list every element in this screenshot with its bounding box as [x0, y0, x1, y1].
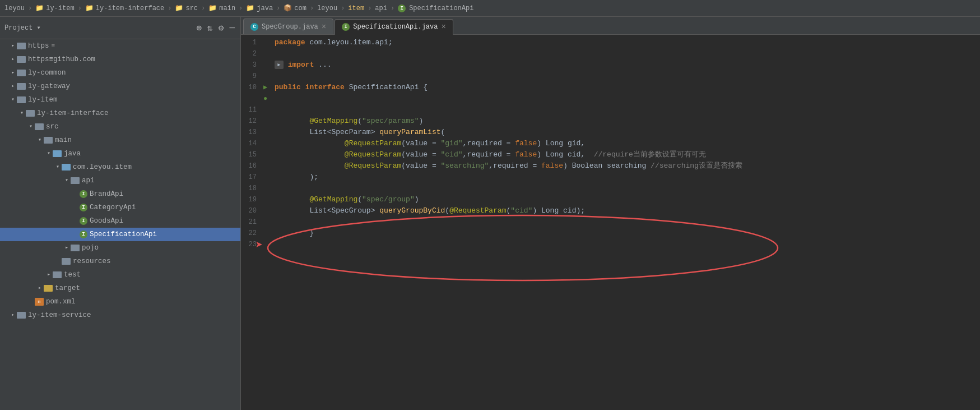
- label-goodsapi: GoodsApi: [90, 217, 123, 225]
- sidebar-item-ly-common[interactable]: ly-common: [0, 66, 240, 80]
- sidebar-item-java[interactable]: java: [0, 147, 240, 160]
- add-icon[interactable]: ⊕: [195, 21, 203, 35]
- folder-test-icon: [53, 271, 62, 278]
- code-line-1: 1 package com.leyou.item.api;: [241, 37, 980, 48]
- breadcrumb-ly-item: ly-item: [46, 4, 74, 12]
- sidebar-item-pom[interactable]: m pom.xml: [0, 295, 240, 308]
- breadcrumb-bar: leyou › 📁 ly-item › 📁 ly-item-interface …: [0, 0, 980, 17]
- folder-icon: 📁: [35, 4, 44, 12]
- folder-resources-icon: [62, 258, 71, 265]
- collapse-icon[interactable]: ⇅: [206, 21, 214, 35]
- arrow-pojo: [63, 244, 71, 252]
- label-pojo: pojo: [82, 244, 99, 252]
- folder-icon4: 📁: [208, 4, 217, 12]
- arrow-specificationapi: [72, 231, 80, 238]
- folder-java-icon: [53, 150, 62, 157]
- breadcrumb-item: item: [348, 4, 364, 12]
- settings-icon[interactable]: ⚙: [217, 21, 225, 35]
- sidebar-item-src[interactable]: src: [0, 120, 240, 133]
- arrow-ly-gateway: [9, 82, 17, 90]
- code-line-11: 11: [241, 104, 980, 116]
- tab-close-specgroup[interactable]: ×: [322, 23, 326, 31]
- sidebar-item-https[interactable]: https ≡: [0, 39, 240, 53]
- arrow-ly-common: [9, 69, 17, 77]
- breadcrumb-main: main: [219, 4, 235, 12]
- sidebar-item-brandapi[interactable]: I BrandApi: [0, 187, 240, 201]
- label-resources: resources: [73, 257, 111, 265]
- folder-pojo-icon: [71, 245, 80, 251]
- label-test: test: [64, 271, 81, 279]
- arrow-goodsapi: [72, 217, 80, 225]
- breadcrumb-specificationapi: SpecificationApi: [409, 4, 473, 12]
- sidebar-item-api[interactable]: api: [0, 174, 240, 187]
- breadcrumb-leyou: leyou: [4, 4, 25, 12]
- label-brandapi: BrandApi: [90, 190, 123, 198]
- sidebar-item-target[interactable]: target: [0, 282, 240, 295]
- label-java: java: [64, 150, 81, 158]
- code-line-22: 22 }: [241, 228, 980, 239]
- folder-icon2: 📁: [85, 4, 94, 12]
- sidebar-item-goodsapi[interactable]: I GoodsApi: [0, 214, 240, 228]
- interface-badge-brandapi: I: [80, 190, 87, 198]
- editor-area: C SpecGroup.java × I SpecificationApi.ja…: [241, 17, 980, 410]
- sidebar-item-ly-gateway[interactable]: ly-gateway: [0, 80, 240, 93]
- sidebar: Project ▾ ⊕ ⇅ ⚙ — https ≡ https≡github.c…: [0, 17, 241, 410]
- sidebar-title: Project ▾: [4, 24, 191, 32]
- tab-label-specificationapi: SpecificationApi.java: [353, 23, 438, 31]
- interface-badge-categoryapi: I: [80, 204, 87, 211]
- sidebar-icons: ⊕ ⇅ ⚙ —: [195, 21, 236, 35]
- interface-badge-specificationapi: I: [80, 231, 87, 238]
- folder-https-icon: [17, 43, 26, 49]
- folder-icon5: 📁: [246, 4, 254, 12]
- arrow-com-leyou-item: [54, 163, 62, 171]
- folder-github-icon: [17, 56, 26, 63]
- code-line-15: 15 @RequestParam(value = "cid",required …: [241, 149, 980, 160]
- sidebar-header: Project ▾ ⊕ ⇅ ⚙ —: [0, 17, 240, 39]
- sidebar-item-resources[interactable]: resources: [0, 255, 240, 268]
- sidebar-item-ly-item[interactable]: ly-item: [0, 93, 240, 107]
- folder-ly-item-interface-icon: [26, 110, 35, 117]
- tab-specgroup[interactable]: C SpecGroup.java ×: [243, 19, 333, 34]
- code-line-20: 20 List<SpecGroup> queryGroupByCid(@Requ…: [241, 205, 980, 216]
- sidebar-item-ly-item-service[interactable]: ly-item-service: [0, 308, 240, 322]
- code-editor[interactable]: 1 package com.leyou.item.api; 2 3 ▸ impo…: [241, 35, 980, 410]
- sidebar-item-test[interactable]: test: [0, 268, 240, 282]
- tab-close-specificationapi[interactable]: ×: [441, 23, 445, 31]
- breadcrumb-src: src: [185, 4, 198, 12]
- sidebar-item-main[interactable]: main: [0, 133, 240, 147]
- interface-badge-goodsapi: I: [80, 217, 87, 225]
- breadcrumb-api: api: [375, 4, 387, 12]
- folder-target-icon: [44, 285, 53, 292]
- label-com-leyou-item: com.leyou.item: [73, 163, 132, 171]
- code-line-3: 3 ▸ import ...: [241, 59, 980, 71]
- tab-specificationapi[interactable]: I SpecificationApi.java ×: [335, 19, 453, 35]
- folder-main-icon: [44, 137, 53, 144]
- breadcrumb-ly-item-interface: ly-item-interface: [96, 4, 164, 12]
- sidebar-item-github[interactable]: https≡github.com: [0, 53, 240, 66]
- label-api: api: [82, 177, 95, 185]
- arrow-pom: [27, 298, 35, 306]
- label-specificationapi: SpecificationApi: [90, 231, 157, 238]
- main-layout: Project ▾ ⊕ ⇅ ⚙ — https ≡ https≡github.c…: [0, 17, 980, 410]
- code-line-16: 16 @RequestParam(value = "searching",req…: [241, 160, 980, 172]
- folder-src-icon: [35, 123, 44, 130]
- gutter-interface-impl: ▶ ●: [263, 82, 275, 104]
- code-line-17: 17 );: [241, 172, 980, 183]
- sidebar-item-ly-item-interface[interactable]: ly-item-interface: [0, 107, 240, 120]
- label-main: main: [55, 136, 72, 144]
- label-https: https: [28, 42, 49, 50]
- arrow-ly-item: [9, 96, 17, 104]
- breadcrumb-leyou2: leyou: [317, 4, 337, 12]
- label-ly-common: ly-common: [28, 69, 66, 77]
- sidebar-item-specificationapi[interactable]: I SpecificationApi: [0, 228, 240, 241]
- sidebar-item-com-leyou-item[interactable]: com.leyou.item: [0, 160, 240, 174]
- breadcrumb-com: com: [294, 4, 306, 12]
- tab-icon-specgroup: C: [250, 23, 258, 31]
- sidebar-item-pojo[interactable]: pojo: [0, 241, 240, 255]
- arrow-api: [63, 177, 71, 185]
- folder-ly-item-service-icon: [17, 312, 26, 319]
- label-github: https≡github.com: [28, 56, 95, 63]
- minimize-icon[interactable]: —: [228, 22, 236, 34]
- tab-bar: C SpecGroup.java × I SpecificationApi.ja…: [241, 17, 980, 35]
- sidebar-item-categoryapi[interactable]: I CategoryApi: [0, 201, 240, 214]
